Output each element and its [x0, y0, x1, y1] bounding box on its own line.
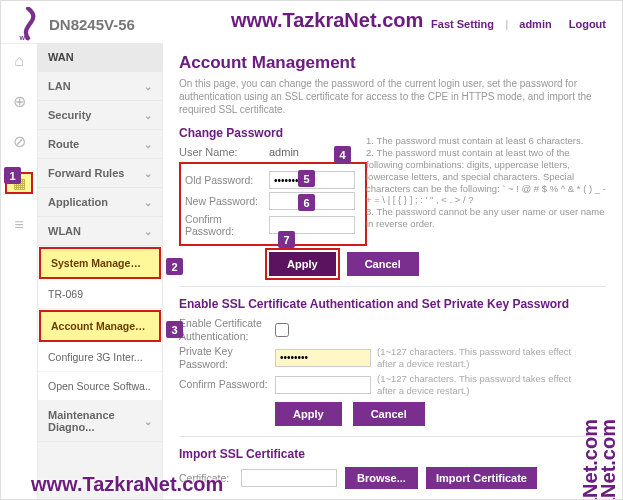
cancel-button[interactable]: Cancel: [347, 252, 419, 276]
chevron-down-icon: ⌄: [144, 226, 152, 237]
annotation-3: 3: [166, 321, 183, 338]
sidebar-item-3g[interactable]: Configure 3G Inter...: [38, 343, 162, 372]
main-content: Account Management On this page, you can…: [163, 43, 622, 499]
apply-button[interactable]: Apply: [269, 252, 336, 276]
certificate-input[interactable]: [241, 469, 337, 487]
cat-security[interactable]: Security⌄: [38, 101, 162, 130]
ssl-cancel-button[interactable]: Cancel: [353, 402, 425, 426]
sidebar-item-system-management[interactable]: System Management: [39, 247, 161, 279]
sidebar-item-tr069[interactable]: TR-069: [38, 280, 162, 309]
cat-maint[interactable]: Maintenance Diagno...⌄: [38, 401, 162, 442]
private-key-label: Private Key Password:: [179, 345, 275, 370]
annotation-2: 2: [166, 258, 183, 275]
chevron-down-icon: ⌄: [144, 110, 152, 121]
private-key-input[interactable]: [275, 349, 371, 367]
private-key-hint: (1~127 characters. This password takes e…: [377, 346, 577, 369]
chevron-down-icon: ⌄: [144, 81, 152, 92]
fast-setting-link[interactable]: Fast Setting: [431, 18, 494, 30]
confirm-password2-input[interactable]: [275, 376, 371, 394]
page-title: Account Management: [179, 53, 606, 73]
cat-route[interactable]: Route⌄: [38, 130, 162, 159]
annotation-5: 5: [298, 170, 315, 187]
tools-icon[interactable]: ≡: [10, 216, 28, 234]
chevron-down-icon: ⌄: [144, 197, 152, 208]
section-ssl: Enable SSL Certificate Authentication an…: [179, 297, 606, 311]
watermark-right2: www.TazkraNet.com: [579, 419, 602, 500]
watermark-bottom: www.TazkraNet.com: [31, 473, 223, 496]
wifi-icon[interactable]: ⊕: [10, 92, 28, 110]
cat-application[interactable]: Application⌄: [38, 188, 162, 217]
globe-icon[interactable]: ⊘: [10, 132, 28, 150]
section-import-ssl: Import SSL Certificate: [179, 447, 606, 461]
user-name-value: admin: [269, 146, 299, 158]
cat-lan[interactable]: LAN⌄: [38, 72, 162, 101]
logout-link[interactable]: Logout: [569, 18, 606, 30]
annotation-4: 4: [334, 146, 351, 163]
chevron-down-icon: ⌄: [144, 416, 152, 427]
old-password-label: Old Password:: [185, 174, 269, 186]
confirm-password2-label: Confirm Password:: [179, 378, 275, 391]
annotation-6: 6: [298, 194, 315, 211]
confirm-password-label: Confirm Password:: [185, 213, 269, 237]
sidebar: WAN LAN⌄ Security⌄ Route⌄ Forward Rules⌄…: [37, 43, 163, 499]
import-certificate-button[interactable]: Import Certificate: [426, 467, 537, 489]
model-label: DN8245V-56: [49, 16, 135, 33]
watermark-top: www.TazkraNet.com: [231, 9, 423, 32]
password-form-box: Old Password: New Password: Confirm Pass…: [179, 162, 367, 246]
chevron-down-icon: ⌄: [144, 139, 152, 150]
enable-cert-label: Enable Certificate Authentication:: [179, 317, 275, 342]
home-icon[interactable]: ⌂: [10, 52, 28, 70]
page-desc: On this page, you can change the passwor…: [179, 77, 606, 116]
admin-link[interactable]: admin: [519, 18, 551, 30]
annotation-1: 1: [4, 167, 21, 184]
header-links: Fast Setting | admin Logout: [427, 18, 610, 30]
enable-cert-checkbox[interactable]: [275, 323, 289, 337]
chevron-down-icon: ⌄: [144, 168, 152, 179]
svg-text:we: we: [19, 34, 30, 41]
we-logo-icon: we: [13, 7, 43, 41]
cat-wlan[interactable]: WLAN⌄: [38, 217, 162, 246]
user-name-label: User Name:: [179, 146, 269, 158]
sidebar-item-account-management[interactable]: Account Management: [39, 310, 161, 342]
confirm-password2-hint: (1~127 characters. This password takes e…: [377, 373, 577, 396]
sidebar-item-oss[interactable]: Open Source Softwa..: [38, 372, 162, 401]
icon-rail: ⌂ ⊕ ⊘ ▦ ≡: [1, 43, 37, 499]
browse-button[interactable]: Browse...: [345, 467, 418, 489]
password-rules: 1. The password must contain at least 6 …: [366, 135, 606, 230]
new-password-label: New Password:: [185, 195, 269, 207]
annotation-7: 7: [278, 231, 295, 248]
cat-wan[interactable]: WAN: [38, 43, 162, 72]
ssl-apply-button[interactable]: Apply: [275, 402, 342, 426]
cat-forward[interactable]: Forward Rules⌄: [38, 159, 162, 188]
